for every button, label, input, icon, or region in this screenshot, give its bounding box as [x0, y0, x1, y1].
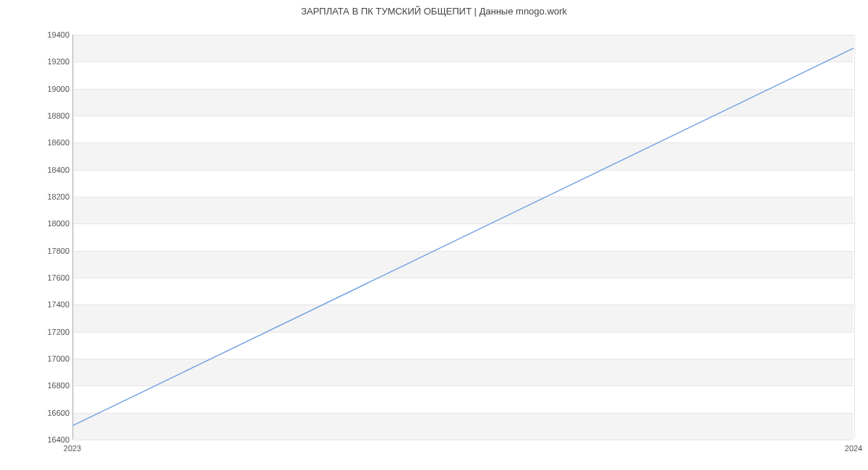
line-series — [73, 35, 854, 439]
y-tick-label: 18000 — [26, 219, 69, 228]
y-tick-label: 18400 — [26, 166, 69, 174]
y-tick-label: 19400 — [26, 30, 69, 39]
y-tick-label: 16600 — [26, 409, 69, 417]
x-tick-label: 2024 — [845, 444, 862, 453]
svg-line-0 — [73, 48, 854, 426]
plot-area — [72, 35, 854, 440]
y-tick-label: 18600 — [26, 138, 69, 147]
y-tick-label: 16400 — [26, 435, 69, 444]
y-tick-label: 17400 — [26, 300, 69, 309]
y-tick-label: 16800 — [26, 381, 69, 390]
y-tick-label: 18800 — [26, 111, 69, 120]
y-tick-label: 17800 — [26, 247, 69, 255]
y-tick-label: 19200 — [26, 57, 69, 66]
x-gridline — [854, 35, 855, 439]
y-tick-label: 19000 — [26, 85, 69, 93]
y-tick-label: 18200 — [26, 192, 69, 201]
y-tick-label: 17000 — [26, 354, 69, 363]
x-tick-label: 2023 — [64, 444, 81, 453]
chart-title: ЗАРПЛАТА В ПК ТУМСКИЙ ОБЩЕПИТ | Данные m… — [0, 6, 868, 17]
y-gridline — [73, 440, 854, 440]
y-tick-label: 17200 — [26, 328, 69, 336]
y-tick-label: 17600 — [26, 273, 69, 282]
